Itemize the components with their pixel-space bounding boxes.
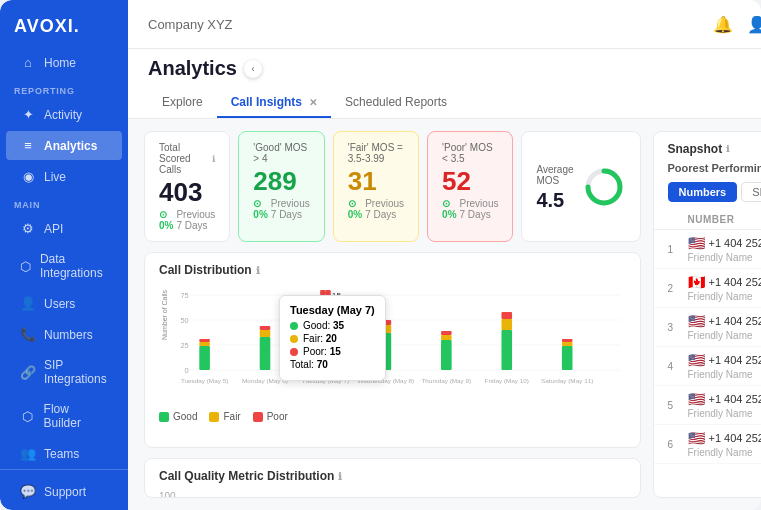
metric-poor-mos: 'Poor' MOS < 3.5 52 ⊙ 0% Previous 7 Days: [427, 131, 513, 242]
tab-call-insights[interactable]: Call Insights ✕: [217, 88, 331, 118]
snapshot-panel: Snapshot ℹ Poorest Performing Numbers SI…: [653, 131, 761, 498]
metric-value: 31: [348, 168, 404, 194]
metric-value: 52: [442, 168, 498, 194]
sidebar-item-numbers[interactable]: 📞 Numbers: [6, 320, 122, 349]
svg-text:0: 0: [185, 366, 189, 375]
sidebar-item-live[interactable]: ◉ Live: [6, 162, 122, 191]
snapshot-tab-sip[interactable]: SIP: [741, 182, 761, 202]
poor-legend-dot: [253, 412, 263, 422]
snapshot-info-icon: ℹ: [726, 144, 729, 154]
metric-total-scored-calls: Total Scored Calls ℹ 403 ⊙ 0% Previous 7…: [144, 131, 230, 242]
svg-rect-30: [501, 319, 512, 330]
poor-dot: [290, 348, 298, 356]
sidebar-item-label: Users: [44, 297, 75, 311]
sidebar-item-activity[interactable]: ✦ Activity: [6, 100, 122, 129]
sidebar-item-label: Support: [44, 485, 86, 499]
analytics-icon: ≡: [20, 138, 36, 153]
donut-chart: [582, 165, 626, 209]
svg-rect-28: [441, 331, 452, 335]
tooltip-row-fair: Fair: 20: [290, 333, 375, 344]
api-icon: ⚙: [20, 221, 36, 236]
sidebar-item-data-integrations[interactable]: ⬡ Data Integrations: [6, 245, 122, 287]
sidebar-item-analytics[interactable]: ≡ Analytics: [6, 131, 122, 160]
close-icon[interactable]: ✕: [309, 97, 317, 108]
svg-rect-15: [260, 330, 271, 337]
sidebar-item-sip[interactable]: 🔗 SIP Integrations: [6, 351, 122, 393]
table-row: 4 🇺🇸+1 404 252 1234 Friendly Name 3.4: [654, 347, 761, 386]
metric-value: 403: [159, 179, 215, 205]
svg-rect-11: [199, 346, 210, 370]
table-row: 2 🇨🇦+1 404 252 1234 Friendly Name 2.6: [654, 269, 761, 308]
live-icon: ◉: [20, 169, 36, 184]
page-title: Analytics: [148, 57, 761, 80]
metric-value: 4.5: [536, 190, 573, 210]
call-distribution-chart: Call Distribution ℹ Number of Calls: [144, 252, 641, 448]
profile-icon[interactable]: 👤: [747, 15, 761, 34]
svg-text:Friday (May 10): Friday (May 10): [485, 377, 529, 384]
call-quality-distribution-chart: Call Quality Metric Distribution ℹ 100: [144, 458, 641, 498]
svg-text:Tuesday (May 5): Tuesday (May 5): [181, 377, 228, 384]
info-icon: ℹ: [256, 265, 260, 276]
chart-title: Call Distribution ℹ: [159, 263, 626, 277]
svg-text:Thursday (May 9): Thursday (May 9): [421, 377, 471, 384]
svg-rect-12: [199, 342, 210, 346]
sidebar: AVOXI. ⌂ Home REPORTING ✦ Activity ≡ Ana…: [0, 0, 128, 510]
sidebar-section-reporting: REPORTING: [0, 78, 128, 99]
notifications-icon[interactable]: 🔔: [713, 15, 733, 34]
tab-explore[interactable]: Explore: [148, 88, 217, 118]
snapshot-header: Snapshot ℹ: [654, 132, 761, 162]
metric-sub: ⊙ 0% Previous 7 Days: [159, 209, 215, 231]
metric-sub: ⊙ 0% Previous 7 Days: [253, 198, 309, 220]
svg-rect-33: [562, 342, 573, 346]
sidebar-item-label: Activity: [44, 108, 82, 122]
data-integrations-icon: ⬡: [20, 259, 32, 274]
flow-builder-icon: ⬡: [20, 409, 36, 424]
tooltip-row-total: Total: 70: [290, 359, 375, 370]
metric-sub: ⊙ 0% Previous 7 Days: [348, 198, 404, 220]
fair-dot: [290, 335, 298, 343]
content-area: Total Scored Calls ℹ 403 ⊙ 0% Previous 7…: [128, 119, 761, 510]
sidebar-item-teams[interactable]: 👥 Teams: [6, 439, 122, 468]
sidebar-item-label: Live: [44, 170, 66, 184]
sidebar-section-main: MAIN: [0, 192, 128, 213]
left-panel: Total Scored Calls ℹ 403 ⊙ 0% Previous 7…: [144, 131, 641, 498]
svg-rect-16: [260, 326, 271, 330]
table-row: 6 🇺🇸+1 404 252 1234 Friendly Name 3.5: [654, 425, 761, 464]
sidebar-item-home[interactable]: ⌂ Home: [6, 48, 122, 77]
metric-value: 289: [253, 168, 309, 194]
info-icon: ℹ: [212, 154, 215, 164]
sidebar-item-api[interactable]: ⚙ API: [6, 214, 122, 243]
numbers-icon: 📞: [20, 327, 36, 342]
snapshot-tabs: Numbers SIP Users: [654, 182, 761, 210]
users-icon: 👤: [20, 296, 36, 311]
chart-title: Call Quality Metric Distribution ℹ: [159, 469, 626, 483]
sidebar-item-flow-builder[interactable]: ⬡ Flow Builder: [6, 395, 122, 437]
tooltip-title: Tuesday (May 7): [290, 304, 375, 316]
tab-scheduled-reports[interactable]: Scheduled Reports: [331, 88, 461, 118]
info-icon: ℹ: [338, 471, 342, 482]
sidebar-collapse-button[interactable]: ‹: [244, 60, 262, 78]
table-row: 1 🇺🇸+1 404 252 1234 Friendly Name 2.4: [654, 230, 761, 269]
legend-good: Good: [159, 411, 197, 422]
metric-average-mos: Average MOS 4.5: [521, 131, 640, 242]
table-header: NUMBER AVG MOS: [654, 210, 761, 230]
table-row: 3 🇺🇸+1 404 252 1234 Friendly Name 3.2: [654, 308, 761, 347]
svg-rect-34: [562, 339, 573, 342]
sidebar-item-label: Numbers: [44, 328, 93, 342]
snapshot-table: NUMBER AVG MOS 1 🇺🇸+1 404 252 1234 Frien…: [654, 210, 761, 497]
sidebar-item-label: Home: [44, 56, 76, 70]
fair-legend-dot: [209, 412, 219, 422]
tooltip-row-good: Good: 35: [290, 320, 375, 331]
sidebar-item-label: API: [44, 222, 63, 236]
svg-text:Saturday (May 11): Saturday (May 11): [541, 377, 593, 384]
home-icon: ⌂: [20, 55, 36, 70]
sidebar-item-label: Data Integrations: [40, 252, 108, 280]
svg-text:25: 25: [180, 341, 188, 350]
sidebar-item-support[interactable]: 💬 Support: [6, 477, 122, 506]
topbar-actions: 🔔 👤 📞 ⠿ A: [713, 10, 761, 38]
metric-label: Average MOS: [536, 164, 573, 186]
topbar: Company XYZ 🔔 👤 📞 ⠿ A: [128, 0, 761, 49]
metric-good-mos: 'Good' MOS > 4 289 ⊙ 0% Previous 7 Days: [238, 131, 324, 242]
sidebar-item-users[interactable]: 👤 Users: [6, 289, 122, 318]
snapshot-tab-numbers[interactable]: Numbers: [668, 182, 738, 202]
